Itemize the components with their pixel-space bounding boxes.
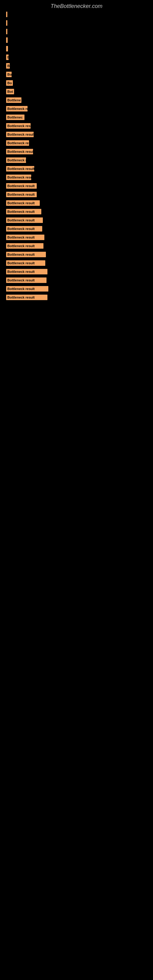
bar-row: [6, 45, 147, 52]
bar-12: Bottleneck re: [6, 106, 27, 111]
bar-11: Bottlene: [6, 97, 21, 103]
bar-28: Bottleneck result: [6, 243, 43, 249]
bar-2: [6, 20, 7, 26]
bar-row: Bottleneck result: [6, 200, 147, 207]
bar-row: Bottleneck res: [6, 123, 147, 129]
bar-7: B: [6, 63, 10, 68]
bar-33: Bottleneck result: [6, 286, 48, 291]
bar-32: Bottleneck result: [6, 277, 46, 283]
bar-row: [6, 37, 147, 43]
bar-1: [6, 12, 7, 17]
bar-20: Bottleneck resu: [6, 175, 31, 180]
page-wrapper: TheBottlenecker.com BBBotBoBotBottleneBo…: [0, 0, 153, 301]
bar-13: Bottlenec: [6, 115, 24, 120]
bar-row: Bottleneck resul: [6, 148, 147, 155]
bar-row: Bottleneck result: [6, 251, 147, 258]
bar-31: Bottleneck result: [6, 269, 48, 274]
bar-21: Bottleneck result: [6, 183, 37, 189]
bar-24: Bottleneck result: [6, 209, 41, 215]
bar-26: Bottleneck result: [6, 226, 42, 232]
bar-row: Bottleneck result: [6, 225, 147, 232]
bar-15: Bottleneck result: [6, 132, 33, 137]
bar-row: Bottleneck result: [6, 277, 147, 283]
bar-row: Bottlenec: [6, 114, 147, 121]
bar-row: Bottleneck result: [6, 285, 147, 292]
bar-row: B: [6, 62, 147, 69]
bar-row: Bottleneck re: [6, 105, 147, 112]
bar-23: Bottleneck result: [6, 200, 40, 206]
bar-row: Bottleneck result: [6, 243, 147, 249]
chart-area: BBBotBoBotBottleneBottleneck reBottlenec…: [6, 11, 147, 301]
bar-row: Bottleneck result: [6, 208, 147, 215]
bar-row: Bottleneck result: [6, 217, 147, 224]
bar-row: Bottleneck res: [6, 140, 147, 146]
bar-row: Bottleneck resu: [6, 174, 147, 181]
bar-row: Bottleneck result: [6, 131, 147, 138]
bar-row: Bottleneck result: [6, 183, 147, 189]
bar-19: Bottleneck result: [6, 166, 34, 172]
bar-5: [6, 46, 8, 51]
bar-row: Bottleneck result: [6, 260, 147, 266]
bar-34: Bottleneck result: [6, 294, 48, 300]
bar-22: Bottleneck result: [6, 192, 37, 197]
bar-row: B: [6, 54, 147, 60]
bar-row: Bottleneck result: [6, 191, 147, 198]
bar-29: Bottleneck result: [6, 252, 46, 257]
bar-9: Bo: [6, 80, 13, 86]
bar-8: Bot: [6, 72, 12, 77]
bar-row: [6, 11, 147, 18]
bar-row: Bottleneck result: [6, 234, 147, 241]
bar-row: Bo: [6, 80, 147, 86]
bar-30: Bottleneck result: [6, 260, 45, 266]
bar-16: Bottleneck res: [6, 140, 29, 146]
site-title: TheBottlenecker.com: [0, 0, 153, 11]
bar-row: [6, 20, 147, 26]
bar-27: Bottleneck result: [6, 235, 45, 240]
bar-4: [6, 37, 8, 43]
bar-row: [6, 28, 147, 35]
bar-18: Bottleneck r: [6, 158, 26, 163]
bar-row: Bottlene: [6, 97, 147, 103]
bar-row: Bottleneck result: [6, 294, 147, 301]
bar-row: Bot: [6, 71, 147, 78]
bar-row: Bottleneck r: [6, 157, 147, 164]
bar-17: Bottleneck resul: [6, 149, 33, 154]
bar-row: Bot: [6, 88, 147, 95]
bar-row: Bottleneck result: [6, 165, 147, 172]
bar-6: B: [6, 54, 9, 60]
bar-10: Bot: [6, 89, 14, 94]
bar-row: Bottleneck result: [6, 268, 147, 275]
bar-25: Bottleneck result: [6, 218, 43, 223]
bar-3: [6, 29, 7, 34]
bar-14: Bottleneck res: [6, 123, 30, 129]
